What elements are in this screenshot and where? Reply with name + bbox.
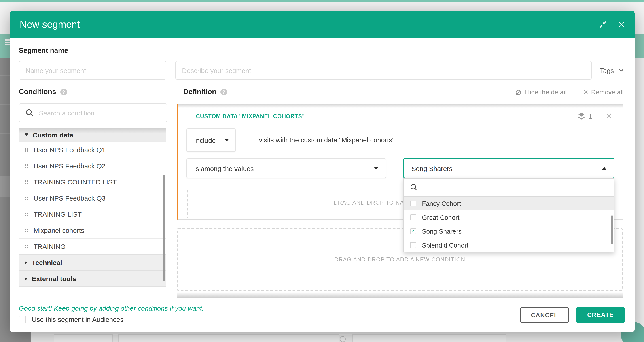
- segment-description-input[interactable]: [175, 61, 592, 80]
- search-icon: [410, 184, 418, 191]
- definition-header: Definition ?: [183, 88, 227, 96]
- value-dropdown[interactable]: Song Sharers: [404, 158, 614, 179]
- background-panel: [118, 334, 339, 342]
- vertical-scrollbar[interactable]: [611, 215, 613, 244]
- group-label: Technical: [32, 259, 62, 266]
- group-label: External tools: [32, 275, 76, 282]
- condition-group-technical[interactable]: Technical: [19, 254, 166, 270]
- condition-search-input[interactable]: Search a condition: [19, 103, 167, 122]
- drag-handle-icon[interactable]: [24, 212, 28, 216]
- value-option-fancy-cohort[interactable]: Fancy Cohort: [404, 196, 614, 210]
- value-option-label: Splendid Cohort: [422, 241, 468, 249]
- segment-name-label: Segment name: [19, 47, 68, 55]
- condition-item-user-nps-feedback-q2[interactable]: User NPS Feedback Q2: [19, 158, 166, 174]
- remove-condition-icon[interactable]: ✕: [606, 112, 612, 121]
- value-option-splendid-cohort[interactable]: Splendid Cohort: [404, 238, 614, 252]
- background-panel: [352, 334, 506, 342]
- audiences-checkbox-label: Use this segment in Audiences: [32, 315, 124, 323]
- checkbox[interactable]: [410, 201, 416, 207]
- help-icon[interactable]: ?: [220, 88, 227, 95]
- horizontal-scrollbar[interactable]: [177, 292, 623, 298]
- condition-item-training-counted-list[interactable]: TRAINING COUNTED LIST: [19, 174, 166, 190]
- conditions-label: Conditions: [19, 88, 56, 96]
- remove-all-button[interactable]: ✕ Remove all: [583, 89, 624, 96]
- hint-message: Good start! Keep going by adding other c…: [19, 304, 204, 312]
- tags-dropdown[interactable]: Tags: [600, 61, 624, 80]
- layer-count: 1: [588, 112, 592, 120]
- definition-label: Definition: [183, 88, 216, 96]
- triangle-right-icon: [24, 261, 27, 264]
- condition-item-mixpanel-cohorts[interactable]: Mixpanel cohorts: [19, 222, 166, 238]
- condition-item-label: TRAINING: [34, 243, 66, 250]
- condition-item-label: User NPS Feedback Q3: [34, 194, 106, 202]
- conditions-list: Custom dataUser NPS Feedback Q1User NPS …: [19, 128, 166, 287]
- layers-icon[interactable]: [578, 112, 585, 120]
- eye-off-icon: [514, 89, 522, 96]
- collapse-icon[interactable]: [599, 21, 606, 28]
- condition-item-training-list[interactable]: TRAINING LIST: [19, 206, 166, 222]
- value-option-great-cohort[interactable]: Great Cohort: [404, 210, 614, 224]
- condition-item-label: User NPS Feedback Q1: [34, 146, 106, 154]
- condition-item-label: User NPS Feedback Q2: [34, 162, 106, 170]
- dialog-title: New segment: [20, 11, 80, 39]
- condition-card-title: CUSTOM DATA "MIXPANEL COHORTS": [196, 113, 305, 120]
- hide-detail-button[interactable]: Hide the detail: [514, 89, 566, 96]
- checked-checkbox[interactable]: ✓: [410, 228, 416, 234]
- condition-description: visits with the custom data "Mixpanel co…: [259, 129, 395, 152]
- operator-value: is among the values: [194, 165, 254, 172]
- condition-item-label: TRAINING COUNTED LIST: [34, 178, 117, 186]
- drag-handle-icon[interactable]: [24, 196, 28, 200]
- value-options-list: Fancy CohortGreat Cohort✓Song SharersSpl…: [404, 196, 614, 252]
- audiences-checkbox[interactable]: [19, 316, 26, 323]
- drag-handle-icon[interactable]: [24, 228, 28, 232]
- checkbox[interactable]: [410, 214, 416, 220]
- caret-down-icon: [374, 167, 378, 170]
- dialog-header: New segment: [10, 11, 634, 39]
- audiences-option[interactable]: Use this segment in Audiences: [19, 315, 124, 323]
- value-search-input[interactable]: [404, 179, 614, 196]
- value-option-song-sharers[interactable]: ✓Song Sharers: [404, 224, 614, 238]
- hide-detail-label: Hide the detail: [525, 89, 566, 96]
- search-icon: [26, 109, 34, 117]
- background-panel: [54, 334, 113, 342]
- close-icon[interactable]: [618, 21, 625, 28]
- triangle-down-icon: [24, 133, 28, 136]
- group-label: Custom data: [33, 131, 73, 139]
- drag-handle-icon[interactable]: [24, 180, 28, 184]
- tags-label: Tags: [600, 67, 614, 74]
- checkbox[interactable]: [410, 242, 416, 248]
- triangle-right-icon: [24, 277, 27, 280]
- background-radio-dot: [340, 336, 346, 342]
- x-icon: ✕: [583, 89, 588, 96]
- caret-up-icon: [602, 167, 606, 170]
- include-dropdown[interactable]: Include: [186, 129, 236, 152]
- chevron-down-icon: [618, 69, 624, 72]
- caret-down-icon: [224, 139, 229, 141]
- operator-dropdown[interactable]: is among the values: [186, 158, 386, 178]
- card-controls: 1 ✕: [578, 112, 612, 121]
- new-condition-dropzone-text: DRAG AND DROP TO ADD A NEW CONDITION: [334, 256, 465, 262]
- condition-item-user-nps-feedback-q1[interactable]: User NPS Feedback Q1: [19, 141, 166, 158]
- card-top-gradient: [178, 104, 622, 108]
- value-option-label: Great Cohort: [422, 214, 460, 221]
- narrow-dropzone-text: DRAG AND DROP TO NAR: [334, 188, 408, 218]
- condition-item-user-nps-feedback-q3[interactable]: User NPS Feedback Q3: [19, 190, 166, 206]
- condition-group-external-tools[interactable]: External tools: [19, 270, 166, 286]
- help-icon[interactable]: ?: [60, 88, 67, 95]
- include-value: Include: [194, 136, 216, 144]
- vertical-scrollbar[interactable]: [163, 175, 165, 281]
- condition-item-label: Mixpanel cohorts: [34, 226, 84, 234]
- create-button[interactable]: CREATE: [576, 307, 625, 323]
- remove-all-label: Remove all: [591, 89, 624, 96]
- drag-handle-icon[interactable]: [24, 245, 28, 248]
- condition-group-custom-data[interactable]: Custom data: [19, 128, 166, 141]
- condition-item-training[interactable]: TRAINING: [19, 238, 166, 254]
- drag-handle-icon[interactable]: [24, 148, 28, 152]
- segment-name-input[interactable]: [19, 61, 166, 80]
- screen: New segment Segment name Tags: [0, 0, 644, 342]
- condition-search-placeholder: Search a condition: [39, 109, 94, 117]
- conditions-header: Conditions ?: [19, 88, 67, 96]
- condition-item-label: TRAINING LIST: [34, 210, 82, 218]
- drag-handle-icon[interactable]: [24, 164, 28, 168]
- cancel-button[interactable]: CANCEL: [520, 307, 569, 323]
